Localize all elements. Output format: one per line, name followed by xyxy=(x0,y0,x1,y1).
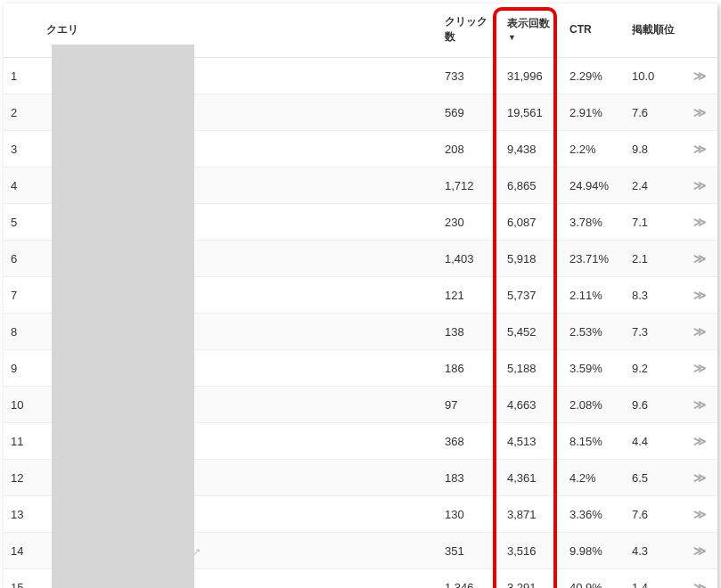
gap-cell: ↗ xyxy=(182,533,438,569)
clicks-cell: 1,403 xyxy=(438,241,500,277)
gap-cell xyxy=(182,277,438,314)
impressions-cell: 5,918 xyxy=(500,241,562,277)
expand-cell: ≫ xyxy=(682,204,717,241)
chevron-right-icon[interactable]: ≫ xyxy=(693,105,703,119)
expand-cell: ≫ xyxy=(682,569,717,589)
clicks-cell: 138 xyxy=(438,314,500,350)
position-cell: 4.3 xyxy=(625,533,682,569)
header-ctr[interactable]: CTR xyxy=(562,4,625,58)
expand-cell: ≫ xyxy=(682,387,717,423)
header-expand xyxy=(682,4,717,58)
row-number: 15 xyxy=(4,569,39,589)
impressions-cell: 5,452 xyxy=(500,314,562,350)
expand-cell: ≫ xyxy=(682,533,717,569)
ctr-cell: 3.36% xyxy=(562,496,625,533)
impressions-cell: 4,663 xyxy=(500,387,562,423)
row-number: 1 xyxy=(4,58,39,94)
row-number: 3 xyxy=(4,131,39,167)
position-cell: 7.6 xyxy=(625,94,682,131)
impressions-cell: 4,361 xyxy=(500,460,562,496)
row-number: 6 xyxy=(4,241,39,277)
row-number: 10 xyxy=(4,387,39,423)
expand-cell: ≫ xyxy=(682,167,717,204)
impressions-cell: 31,996 xyxy=(500,58,562,94)
impressions-cell: 3,871 xyxy=(500,496,562,533)
ctr-cell: 3.78% xyxy=(562,204,625,241)
expand-cell: ≫ xyxy=(682,277,717,314)
chevron-right-icon[interactable]: ≫ xyxy=(693,251,703,265)
position-cell: 10.0 xyxy=(625,58,682,94)
gap-cell xyxy=(182,204,438,241)
impressions-cell: 19,561 xyxy=(500,94,562,131)
header-impressions[interactable]: 表示回数▼ xyxy=(500,4,562,58)
position-cell: 7.6 xyxy=(625,496,682,533)
chevron-right-icon[interactable]: ≫ xyxy=(693,397,703,412)
impressions-cell: 6,865 xyxy=(500,167,562,204)
gap-cell xyxy=(182,314,438,350)
position-cell: 9.2 xyxy=(625,350,682,387)
header-position[interactable]: 掲載順位 xyxy=(625,4,682,58)
clicks-cell: 186 xyxy=(438,350,500,387)
ctr-cell: 24.94% xyxy=(562,167,625,204)
clicks-cell: 1,346 xyxy=(438,569,500,589)
gap-cell xyxy=(182,460,438,496)
expand-cell: ≫ xyxy=(682,94,717,131)
chevron-right-icon[interactable]: ≫ xyxy=(693,142,703,156)
header-spacer xyxy=(182,4,438,58)
impressions-cell: 3,516 xyxy=(500,533,562,569)
query-table-container: クエリ クリック数 表示回数▼ CTR 掲載順位 173331,9962.29%… xyxy=(4,4,717,588)
chevron-right-icon[interactable]: ≫ xyxy=(693,288,703,302)
position-cell: 2.1 xyxy=(625,241,682,277)
position-cell: 9.6 xyxy=(625,387,682,423)
gap-cell xyxy=(182,423,438,460)
ctr-cell: 4.2% xyxy=(562,460,625,496)
header-number xyxy=(4,4,39,58)
chevron-right-icon[interactable]: ≫ xyxy=(693,361,703,375)
gap-cell xyxy=(182,94,438,131)
sort-descending-icon: ▼ xyxy=(508,33,516,42)
chevron-right-icon[interactable]: ≫ xyxy=(693,580,703,588)
clicks-cell: 208 xyxy=(438,131,500,167)
row-number: 14 xyxy=(4,533,39,569)
chevron-right-icon[interactable]: ≫ xyxy=(693,69,703,83)
position-cell: 1.4 xyxy=(625,569,682,589)
expand-cell: ≫ xyxy=(682,58,717,94)
impressions-cell: 5,188 xyxy=(500,350,562,387)
impressions-cell: 6,087 xyxy=(500,204,562,241)
ctr-cell: 2.53% xyxy=(562,314,625,350)
ctr-cell: 2.08% xyxy=(562,387,625,423)
chevron-right-icon[interactable]: ≫ xyxy=(693,543,703,558)
impressions-cell: 4,513 xyxy=(500,423,562,460)
ctr-cell: 2.29% xyxy=(562,58,625,94)
ctr-cell: 2.11% xyxy=(562,277,625,314)
ctr-cell: 8.15% xyxy=(562,423,625,460)
gap-cell xyxy=(182,167,438,204)
clicks-cell: 183 xyxy=(438,460,500,496)
row-number: 2 xyxy=(4,94,39,131)
clicks-cell: 130 xyxy=(438,496,500,533)
chevron-right-icon[interactable]: ≫ xyxy=(693,324,703,339)
clicks-cell: 351 xyxy=(438,533,500,569)
impressions-cell: 9,438 xyxy=(500,131,562,167)
chevron-right-icon[interactable]: ≫ xyxy=(693,507,703,521)
ctr-cell: 2.91% xyxy=(562,94,625,131)
chevron-right-icon[interactable]: ≫ xyxy=(693,178,703,192)
header-impressions-label: 表示回数 xyxy=(507,17,550,29)
gap-cell xyxy=(182,131,438,167)
row-number: 9 xyxy=(4,350,39,387)
position-cell: 9.8 xyxy=(625,131,682,167)
position-cell: 2.4 xyxy=(625,167,682,204)
chevron-right-icon[interactable]: ≫ xyxy=(693,215,703,229)
clicks-cell: 230 xyxy=(438,204,500,241)
chevron-right-icon[interactable]: ≫ xyxy=(693,434,703,448)
gap-cell xyxy=(182,569,438,589)
row-number: 5 xyxy=(4,204,39,241)
header-clicks[interactable]: クリック数 xyxy=(438,4,500,58)
position-cell: 4.4 xyxy=(625,423,682,460)
row-number: 11 xyxy=(4,423,39,460)
expand-cell: ≫ xyxy=(682,131,717,167)
row-number: 12 xyxy=(4,460,39,496)
expand-cell: ≫ xyxy=(682,496,717,533)
chevron-right-icon[interactable]: ≫ xyxy=(693,470,703,485)
clicks-cell: 121 xyxy=(438,277,500,314)
